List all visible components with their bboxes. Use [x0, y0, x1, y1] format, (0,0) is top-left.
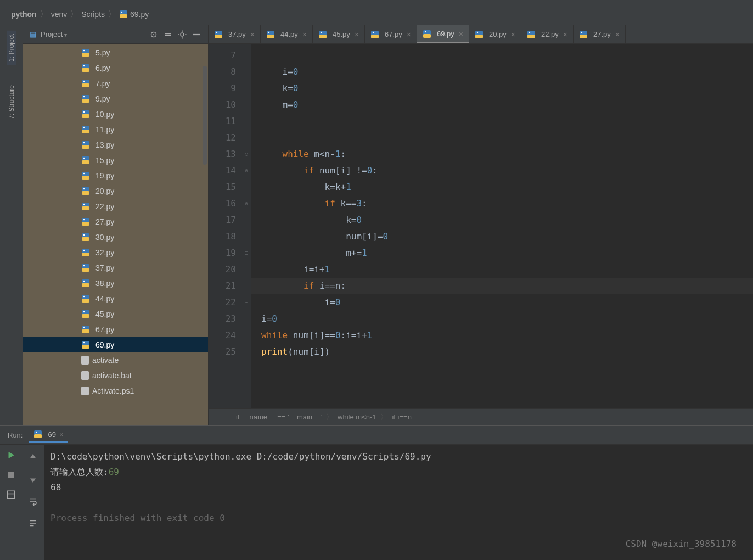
python-file-icon — [81, 187, 90, 195]
hide-icon[interactable] — [192, 30, 201, 40]
tree-item[interactable]: 38.py — [23, 276, 208, 291]
tree-item[interactable]: 9.py — [23, 91, 208, 107]
breadcrumb-bar: python 〉 venv 〉 Scripts 〉 69.py — [0, 3, 753, 25]
editor-tab[interactable]: 45.py× — [313, 25, 365, 43]
tree-item[interactable]: 20.py — [23, 183, 208, 199]
tree-item[interactable]: 45.py — [23, 306, 208, 322]
close-icon[interactable]: × — [407, 30, 411, 39]
svg-rect-6 — [8, 472, 14, 478]
tree-item[interactable]: Activate.ps1 — [23, 383, 208, 399]
tree-item[interactable]: 13.py — [23, 137, 208, 153]
project-panel-title[interactable]: Project — [41, 30, 144, 38]
close-icon[interactable]: × — [563, 30, 567, 39]
python-file-icon — [81, 248, 90, 257]
project-panel: ▤ Project 5.py6.py7.py9.py10.py11.py13.p… — [23, 25, 209, 425]
crumb-venv[interactable]: venv — [51, 10, 68, 19]
gear-icon[interactable] — [177, 30, 187, 40]
editor-tab[interactable]: 20.py× — [469, 25, 521, 43]
editor-tab[interactable]: 37.py× — [209, 25, 261, 43]
tree-item[interactable]: activate.bat — [23, 368, 208, 383]
tree-item[interactable]: 69.py — [23, 337, 208, 352]
tool-window-bar: 1: Project 7: Structure — [0, 25, 23, 425]
editor-tabs: 37.py×44.py×45.py×67.py×69.py×20.py×22.p… — [209, 25, 753, 44]
python-file-icon — [81, 294, 90, 303]
python-file-icon — [81, 233, 90, 242]
python-file-icon — [81, 340, 90, 349]
crumb-scope-2[interactable]: while m<n-1 — [338, 413, 376, 421]
python-file-icon — [214, 30, 223, 39]
python-file-icon — [318, 30, 327, 39]
python-file-icon — [81, 264, 90, 272]
soft-wrap-icon[interactable] — [28, 496, 38, 506]
python-file-icon — [81, 48, 90, 57]
python-file-icon — [475, 30, 484, 39]
layout-icon[interactable] — [6, 490, 16, 500]
tree-item[interactable]: 30.py — [23, 229, 208, 245]
code-area[interactable]: i=0 k=0 m=0 while m<n-1: if num[i] !=0: … — [251, 44, 753, 408]
tree-item[interactable]: 37.py — [23, 260, 208, 276]
python-file-icon — [81, 141, 90, 149]
python-file-icon — [527, 30, 536, 39]
close-icon[interactable]: × — [511, 30, 515, 39]
run-config-tab[interactable]: 69 × — [29, 428, 68, 443]
structure-tool-button[interactable]: 7: Structure — [7, 82, 16, 122]
svg-point-4 — [153, 33, 154, 35]
project-tool-button[interactable]: 1: Project — [7, 31, 16, 65]
down-icon[interactable] — [28, 474, 38, 484]
tree-item[interactable]: 44.py — [23, 291, 208, 306]
rerun-icon[interactable] — [6, 450, 16, 460]
tree-item[interactable]: 32.py — [23, 245, 208, 260]
tree-item[interactable]: 10.py — [23, 107, 208, 122]
python-file-icon — [81, 171, 90, 180]
editor-tab[interactable]: 22.py× — [521, 25, 574, 43]
close-icon[interactable]: × — [355, 30, 359, 39]
close-icon[interactable]: × — [459, 30, 463, 38]
python-file-icon — [81, 310, 90, 318]
close-icon[interactable]: × — [615, 30, 620, 39]
python-file-icon — [81, 217, 90, 226]
tree-item[interactable]: activate — [23, 352, 208, 368]
editor-breadcrumb: if __name__ == '__main__' 〉 while m<n-1 … — [209, 408, 753, 425]
watermark: CSDN @weixin_39851178 — [626, 539, 737, 549]
python-file-icon — [370, 30, 379, 39]
tree-scrollbar[interactable] — [203, 66, 207, 165]
collapse-all-icon[interactable] — [163, 30, 173, 40]
crumb-file[interactable]: 69.py — [130, 10, 149, 19]
editor[interactable]: 78910111213141516171819202122232425 ⊖⊖⊖⊟… — [209, 44, 753, 408]
crumb-scripts[interactable]: Scripts — [81, 10, 105, 19]
tree-item[interactable]: 27.py — [23, 214, 208, 229]
svg-rect-7 — [7, 491, 15, 499]
tree-item[interactable]: 22.py — [23, 199, 208, 214]
crumb-scope-1[interactable]: if __name__ == '__main__' — [236, 413, 322, 421]
tree-item[interactable]: 15.py — [23, 153, 208, 168]
python-file-icon — [81, 125, 90, 134]
crumb-root[interactable]: python — [11, 10, 37, 19]
editor-tab[interactable]: 27.py× — [574, 25, 626, 43]
python-file-icon — [81, 202, 90, 211]
stop-icon[interactable] — [6, 470, 16, 480]
tree-item[interactable]: 5.py — [23, 45, 208, 60]
crumb-scope-3[interactable]: if i==n — [392, 413, 411, 421]
close-icon[interactable]: × — [302, 30, 307, 39]
line-gutter: 78910111213141516171819202122232425 — [209, 44, 241, 408]
editor-tab[interactable]: 44.py× — [261, 25, 313, 43]
file-icon — [81, 387, 89, 395]
scroll-icon[interactable] — [28, 518, 38, 528]
tree-item[interactable]: 19.py — [23, 168, 208, 183]
editor-tab[interactable]: 69.py× — [417, 25, 469, 43]
file-icon — [81, 371, 89, 380]
tree-item[interactable]: 6.py — [23, 60, 208, 76]
python-file-icon — [423, 30, 431, 38]
close-icon[interactable]: × — [59, 430, 64, 439]
python-file-icon — [81, 325, 90, 334]
tree-item[interactable]: 7.py — [23, 76, 208, 91]
project-tree[interactable]: 5.py6.py7.py9.py10.py11.py13.py15.py19.p… — [23, 44, 208, 425]
locate-icon[interactable] — [149, 30, 159, 40]
close-icon[interactable]: × — [250, 30, 255, 39]
editor-tab[interactable]: 67.py× — [365, 25, 417, 43]
tree-item[interactable]: 11.py — [23, 122, 208, 137]
up-icon[interactable] — [28, 452, 38, 462]
tree-item[interactable]: 67.py — [23, 322, 208, 337]
python-file-icon — [119, 10, 128, 19]
run-label: Run: — [8, 431, 23, 439]
